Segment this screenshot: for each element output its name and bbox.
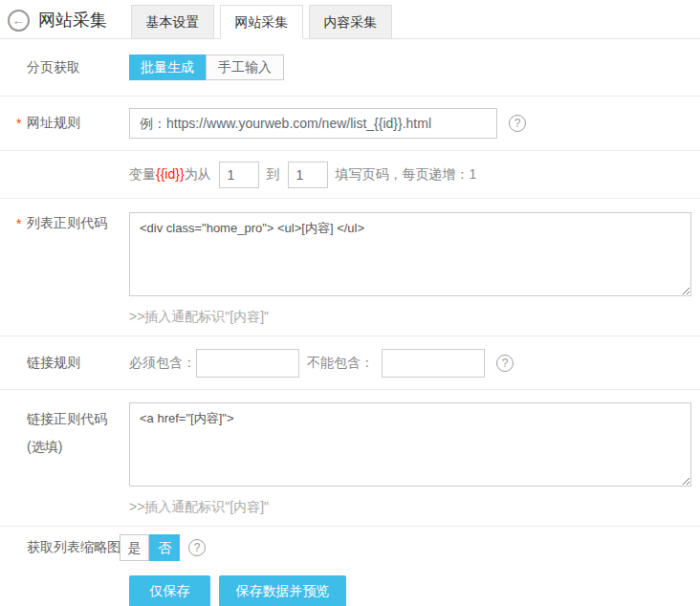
help-icon[interactable]: ? [496,355,514,372]
save-and-preview-button[interactable]: 保存数据并预览 [219,575,346,606]
header: ← 网站采集 基本设置 网站采集 内容采集 [0,0,700,39]
link-regex-column: <a href="[内容]"> >>插入通配标识"[内容]" [129,402,691,516]
thumbnail-toggle: 是 否 ? [120,534,206,561]
help-icon[interactable]: ? [509,115,526,132]
tab-bar: 基本设置 网站采集 内容采集 [131,5,398,38]
help-icon[interactable]: ? [188,539,206,556]
link-rule-label: 链接规则 [0,352,129,375]
row-pagination-mode: 分页获取 批量生成 手工输入 [0,39,700,97]
required-asterisk: * [16,213,21,236]
website-collection-page: ← 网站采集 基本设置 网站采集 内容采集 分页获取 批量生成 手工输入 *网址… [0,0,700,606]
batch-generate-button[interactable]: 批量生成 [129,54,206,80]
row-link-regex: 链接正则代码 (选填) <a href="[内容]"> >>插入通配标识"[内容… [0,390,700,527]
variable-line: 变量{{id}}为从 到 填写页码，每页递增：1 [129,162,476,188]
page-to-input[interactable] [288,162,328,188]
not-contain-label: 不能包含： [307,355,374,372]
must-contain-input[interactable] [196,349,299,378]
optional-label: (选填) [27,433,129,461]
pagination-label: 分页获取 [0,56,129,79]
tab-content-collection[interactable]: 内容采集 [309,5,392,39]
must-contain-label: 必须包含： [129,355,196,372]
back-button[interactable]: ← [8,10,30,32]
to-label: 到 [267,166,280,184]
variable-token: {{id}} [156,166,185,182]
header-left: ← 网站采集 [0,9,107,38]
list-regex-label: *列表正则代码 [0,212,129,235]
tab-basic-settings[interactable]: 基本设置 [131,5,214,39]
row-variable-range: 变量{{id}}为从 到 填写页码，每页递增：1 [0,151,700,199]
link-rule-line: 必须包含： 不能包含： ? [129,349,514,378]
insert-wildcard-link[interactable]: >>插入通配标识"[内容]" [129,499,691,516]
link-regex-textarea[interactable]: <a href="[内容]"> [129,402,691,487]
row-link-rule: 链接规则 必须包含： 不能包含： ? [0,336,700,390]
required-asterisk: * [16,113,21,136]
variable-prefix: 变量{{id}}为从 [129,166,211,184]
manual-input-button[interactable]: 手工输入 [206,54,284,80]
row-url-rule: *网址规则 ? [0,97,700,151]
action-bar: 仅保存 保存数据并预览 [0,575,700,606]
link-regex-label: 链接正则代码 (选填) [0,402,129,462]
save-only-button[interactable]: 仅保存 [129,575,210,606]
list-regex-textarea[interactable]: <div class="home_pro"> <ul>[内容] </ul> [129,212,691,296]
thumbnail-label: 获取列表缩略图 [0,536,129,559]
pagination-toggle: 批量生成 手工输入 [129,54,284,80]
list-regex-column: <div class="home_pro"> <ul>[内容] </ul> >>… [129,212,691,326]
back-arrow-icon: ← [12,13,26,27]
url-rule-label: *网址规则 [0,112,129,135]
insert-wildcard-link[interactable]: >>插入通配标识"[内容]" [129,309,691,326]
row-list-regex: *列表正则代码 <div class="home_pro"> <ul>[内容] … [0,199,700,336]
thumbnail-no-button[interactable]: 否 [149,534,180,561]
variable-suffix: 填写页码，每页递增：1 [336,166,477,184]
url-rule-input[interactable] [129,108,497,139]
row-thumbnail: 获取列表缩略图 是 否 ? [0,527,700,569]
not-contain-input[interactable] [382,349,485,378]
page-from-input[interactable] [219,162,259,188]
page-title: 网站采集 [38,9,107,32]
tab-website-collection[interactable]: 网站采集 [220,5,303,39]
